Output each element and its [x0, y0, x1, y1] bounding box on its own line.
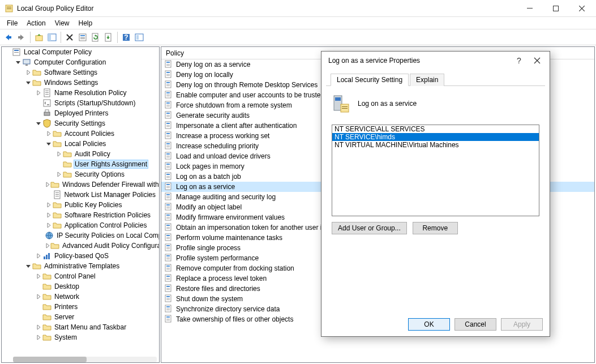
svg-rect-134: [166, 298, 170, 299]
apply-button[interactable]: Apply: [501, 318, 543, 331]
tree-node-label: Security Settings: [53, 119, 106, 127]
expand-icon[interactable]: [35, 294, 42, 299]
tree-printers[interactable]: Printers: [2, 302, 159, 312]
expand-icon[interactable]: [55, 151, 63, 157]
forward-button[interactable]: [15, 31, 28, 44]
remove-button[interactable]: Remove: [413, 222, 458, 234]
collapse-icon[interactable]: [24, 263, 32, 269]
tree-scripts[interactable]: Scripts (Startup/Shutdown): [2, 98, 159, 108]
expand-icon[interactable]: [45, 131, 53, 136]
tree-name-resolution-policy[interactable]: Name Resolution Policy: [2, 88, 159, 98]
up-button[interactable]: [33, 31, 45, 44]
tab-explain[interactable]: Explain: [410, 74, 444, 86]
expand-icon[interactable]: [35, 90, 42, 96]
principal-item[interactable]: NT SERVICE\ALL SERVICES: [332, 125, 539, 133]
tree-deployed-printers[interactable]: Deployed Printers: [2, 108, 159, 118]
tree-administrative-templates[interactable]: Administrative Templates: [2, 261, 159, 271]
refresh-button[interactable]: [89, 31, 102, 44]
tree-control-panel[interactable]: Control Panel: [2, 271, 159, 281]
dialog-close-button[interactable]: [528, 53, 546, 68]
ok-button[interactable]: OK: [408, 318, 450, 331]
tree-policy-based-qos[interactable]: Policy-based QoS: [2, 251, 159, 261]
properties-button[interactable]: [76, 31, 89, 44]
collapse-icon[interactable]: [14, 59, 22, 65]
close-button[interactable]: [569, 0, 595, 17]
expand-icon[interactable]: [45, 222, 53, 228]
tree-security-options[interactable]: Security Options: [2, 169, 159, 179]
menu-file[interactable]: File: [2, 18, 22, 28]
tree-desktop[interactable]: Desktop: [2, 281, 159, 292]
tree-application-control-policies[interactable]: Application Control Policies: [2, 220, 159, 230]
expand-icon[interactable]: [35, 335, 42, 340]
tree-server[interactable]: Server: [2, 312, 159, 322]
expand-icon[interactable]: [24, 70, 32, 75]
tree-node-icon: [22, 58, 31, 67]
tree-local-policies[interactable]: Local Policies: [2, 139, 159, 149]
expand-icon[interactable]: [45, 202, 53, 208]
svg-rect-70: [166, 135, 170, 136]
expand-icon[interactable]: [45, 182, 50, 187]
expand-icon[interactable]: [45, 243, 50, 249]
collapse-icon[interactable]: [24, 80, 32, 85]
svg-rect-53: [166, 92, 170, 93]
help-button[interactable]: ?: [120, 31, 132, 44]
svg-rect-22: [14, 52, 19, 53]
svg-rect-13: [80, 38, 85, 39]
svg-rect-77: [166, 153, 170, 155]
dialog-help-button[interactable]: ?: [510, 53, 528, 68]
tree-windows-defender-firewall[interactable]: Windows Defender Firewall with Advanced …: [2, 179, 159, 190]
minimize-button[interactable]: [517, 0, 543, 17]
tree-network[interactable]: Network: [2, 292, 159, 302]
show-hide-tree-button[interactable]: [46, 31, 58, 44]
svg-rect-111: [166, 238, 170, 239]
filter-button[interactable]: [133, 31, 145, 44]
collapse-icon[interactable]: [35, 121, 42, 126]
export-button[interactable]: [102, 31, 115, 44]
tree-network-list-manager[interactable]: Network List Manager Policies: [2, 190, 159, 200]
policy-item-label: Replace a process level token: [176, 275, 267, 282]
expand-icon[interactable]: [35, 253, 42, 259]
expand-icon[interactable]: [35, 324, 42, 330]
principal-item[interactable]: NT SERVICE\himds: [332, 133, 539, 141]
maximize-button[interactable]: [543, 0, 569, 17]
svg-rect-94: [166, 196, 170, 197]
delete-button[interactable]: [63, 31, 76, 44]
tree-node-label: IP Security Policies on Local Computer: [55, 232, 160, 239]
expand-icon[interactable]: [55, 172, 63, 177]
tree-software-settings[interactable]: Software Settings: [2, 67, 159, 78]
tree-pane[interactable]: Local Computer PolicyComputer Configurat…: [1, 46, 160, 363]
tree-user-rights-assignment[interactable]: User Rights Assignment: [2, 159, 159, 169]
cancel-button[interactable]: Cancel: [454, 318, 496, 331]
menu-help[interactable]: Help: [74, 18, 97, 28]
back-button[interactable]: [2, 31, 15, 44]
tree-software-restriction-policies[interactable]: Software Restriction Policies: [2, 210, 159, 220]
svg-rect-87: [166, 177, 170, 178]
expand-icon[interactable]: [45, 212, 53, 218]
tree-computer-configuration[interactable]: Computer Configuration: [2, 57, 159, 67]
menu-action[interactable]: Action: [22, 18, 50, 28]
tree-system[interactable]: System: [2, 332, 159, 342]
tree-ip-security-policies[interactable]: IP Security Policies on Local Computer: [2, 230, 159, 241]
tree-account-policies[interactable]: Account Policies: [2, 129, 159, 139]
expand-icon[interactable]: [35, 273, 42, 279]
tree-hscrollbar[interactable]: [13, 357, 157, 362]
tree-node-label: Server: [53, 313, 75, 321]
tree-advanced-audit-policy[interactable]: Advanced Audit Policy Configuration: [2, 241, 159, 251]
policy-item-icon: [165, 142, 174, 151]
collapse-icon[interactable]: [45, 141, 53, 147]
tree-start-menu-taskbar[interactable]: Start Menu and Taskbar: [2, 322, 159, 332]
tree-public-key-policies[interactable]: Public Key Policies: [2, 200, 159, 210]
tree-windows-settings[interactable]: Windows Settings: [2, 78, 159, 88]
tree-root[interactable]: Local Computer Policy: [2, 47, 159, 57]
tree-audit-policy[interactable]: Audit Policy: [2, 149, 159, 159]
add-user-or-group-button[interactable]: Add User or Group...: [332, 222, 407, 234]
svg-rect-101: [166, 215, 170, 216]
principal-item[interactable]: NT VIRTUAL MACHINE\Virtual Machines: [332, 141, 539, 149]
tree-security-settings[interactable]: Security Settings: [2, 118, 159, 129]
policy-item-icon: [165, 172, 174, 181]
menu-view[interactable]: View: [50, 18, 74, 28]
tab-local-security-setting[interactable]: Local Security Setting: [331, 74, 409, 86]
svg-rect-145: [335, 97, 341, 101]
policy-item-label: Modify firmware environment values: [176, 213, 285, 221]
principals-listbox[interactable]: NT SERVICE\ALL SERVICESNT SERVICE\himdsN…: [332, 125, 539, 216]
